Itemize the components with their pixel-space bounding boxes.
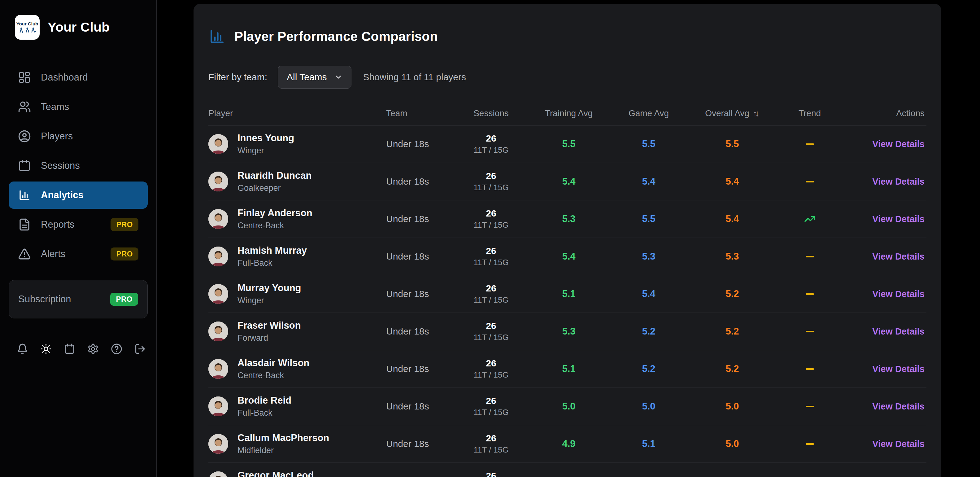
table-body: Innes Young Winger Under 18s 26 11T / 15…	[208, 126, 926, 477]
sessions-cell: 26 11T / 15G	[451, 208, 531, 230]
team-filter-select[interactable]: All Teams	[278, 65, 352, 89]
filter-label: Filter by team:	[208, 72, 267, 82]
bar-chart-icon	[208, 28, 226, 45]
actions-cell: View Details	[846, 139, 926, 149]
table-row: Finlay Anderson Centre-Back Under 18s 26…	[208, 200, 926, 238]
player-name: Gregor MacLeod	[237, 470, 313, 477]
trend-flat-icon	[806, 181, 814, 182]
trend-cell	[774, 406, 846, 407]
sessions-count: 26	[451, 208, 531, 219]
sidebar-item-dashboard[interactable]: Dashboard	[9, 64, 148, 91]
column-header-overall-avg[interactable]: Overall Avg↑↓	[691, 108, 774, 118]
sessions-breakdown: 11T / 15G	[451, 445, 531, 455]
game-avg-cell: 5.2	[606, 326, 691, 337]
sidebar-item-label: Analytics	[41, 190, 84, 201]
player-name: Fraser Wilson	[237, 320, 301, 331]
sidebar-item-teams[interactable]: Teams	[9, 93, 148, 121]
sessions-breakdown: 11T / 15G	[451, 258, 531, 267]
player-identity: Brodie Reid Full-Back	[237, 395, 291, 418]
table-row: Innes Young Winger Under 18s 26 11T / 15…	[208, 126, 926, 163]
players-icon	[18, 130, 31, 143]
player-identity: Fraser Wilson Forward	[237, 320, 301, 343]
sidebar-item-analytics[interactable]: Analytics	[9, 182, 148, 209]
table-row: Gregor MacLeod Midfielder Under 18s 26 1…	[208, 463, 926, 477]
training-avg-cell: 5.4	[531, 251, 606, 262]
game-avg-cell: 5.0	[606, 401, 691, 412]
player-identity: Hamish Murray Full-Back	[237, 245, 307, 268]
column-header-team: Team	[386, 108, 451, 118]
actions-cell: View Details	[846, 439, 926, 449]
player-cell: Callum MacPherson Midfielder	[208, 432, 386, 455]
view-details-link[interactable]: View Details	[872, 252, 924, 262]
sort-icon: ↑↓	[753, 109, 760, 118]
player-name: Hamish Murray	[237, 245, 307, 256]
sidebar-item-label: Teams	[41, 101, 69, 112]
player-name: Callum MacPherson	[237, 432, 329, 443]
sessions-breakdown: 11T / 15G	[451, 220, 531, 230]
sidebar-item-label: Reports	[41, 219, 75, 230]
sidebar-item-sessions[interactable]: Sessions	[9, 152, 148, 179]
player-position: Winger	[237, 146, 294, 155]
player-name: Murray Young	[237, 282, 301, 294]
column-header-trend: Trend	[774, 108, 846, 118]
sessions-breakdown: 11T / 15G	[451, 295, 531, 305]
sidebar-nav: Dashboard Teams Players Sessions	[9, 64, 148, 268]
player-position: Forward	[237, 333, 301, 343]
help-icon[interactable]	[110, 343, 123, 355]
sidebar: Your Club Your Club	[0, 0, 157, 477]
view-details-link[interactable]: View Details	[872, 327, 924, 337]
view-details-link[interactable]: View Details	[872, 177, 924, 187]
overall-avg-cell: 5.5	[691, 139, 774, 150]
game-avg-cell: 5.3	[606, 251, 691, 262]
gear-icon[interactable]	[87, 343, 99, 355]
sessions-cell: 26 11T / 15G	[451, 396, 531, 417]
sidebar-item-reports[interactable]: Reports PRO	[9, 211, 148, 238]
sessions-cell: 26 11T / 15G	[451, 171, 531, 192]
page-title: Player Performance Comparison	[234, 29, 438, 44]
player-identity: Finlay Anderson Centre-Back	[237, 207, 312, 230]
filter-bar: Filter by team: All Teams Showing 11 of …	[194, 65, 941, 89]
main-content: Player Performance Comparison Filter by …	[157, 0, 980, 477]
sidebar-item-alerts[interactable]: Alerts PRO	[9, 240, 148, 268]
trend-up-icon	[804, 214, 815, 225]
game-avg-cell: 5.4	[606, 176, 691, 187]
trend-flat-icon	[806, 443, 814, 445]
card-header: Player Performance Comparison	[194, 18, 941, 53]
player-cell: Fraser Wilson Forward	[208, 320, 386, 343]
club-logo-text: Your Club	[16, 21, 38, 26]
club-logo: Your Club	[15, 15, 40, 40]
training-avg-cell: 5.4	[531, 176, 606, 187]
view-details-link[interactable]: View Details	[872, 364, 924, 374]
sessions-cell: 26 11T / 15G	[451, 358, 531, 380]
player-identity: Innes Young Winger	[237, 132, 294, 155]
player-avatar	[208, 209, 228, 229]
player-name: Brodie Reid	[237, 395, 291, 406]
table-row: Alasdair Wilson Centre-Back Under 18s 26…	[208, 350, 926, 388]
game-avg-cell: 5.2	[606, 363, 691, 375]
overall-avg-cell: 5.2	[691, 363, 774, 375]
logout-icon[interactable]	[134, 343, 146, 355]
sessions-count: 26	[451, 246, 531, 256]
view-details-link[interactable]: View Details	[872, 139, 924, 149]
player-cell: Finlay Anderson Centre-Back	[208, 207, 386, 230]
calendar-icon[interactable]	[63, 343, 76, 355]
view-details-link[interactable]: View Details	[872, 214, 924, 224]
column-header-game-avg: Game Avg	[606, 108, 691, 118]
sun-icon[interactable]	[40, 343, 52, 355]
sessions-cell: 26 11T / 15G	[451, 246, 531, 267]
trend-cell	[774, 256, 846, 257]
trend-cell	[774, 214, 846, 225]
view-details-link[interactable]: View Details	[872, 439, 924, 449]
reports-icon	[18, 218, 31, 231]
sidebar-item-players[interactable]: Players	[9, 123, 148, 150]
view-details-link[interactable]: View Details	[872, 401, 924, 412]
view-details-link[interactable]: View Details	[872, 289, 924, 299]
player-position: Centre-Back	[237, 371, 309, 380]
player-avatar	[208, 434, 228, 454]
bell-icon[interactable]	[16, 343, 29, 355]
pro-badge: PRO	[111, 218, 138, 231]
game-avg-cell: 5.5	[606, 139, 691, 150]
trend-cell	[774, 144, 846, 145]
sessions-icon	[18, 159, 31, 172]
training-avg-cell: 5.0	[531, 401, 606, 412]
